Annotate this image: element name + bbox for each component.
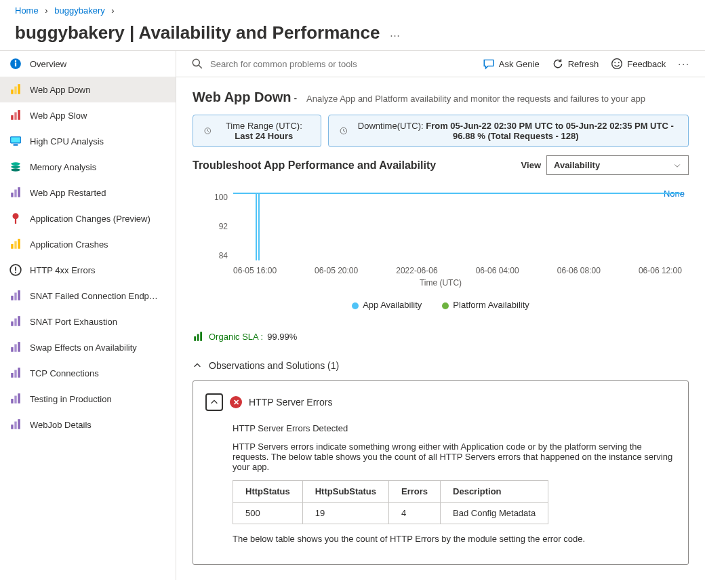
errors-table: HttpStatusHttpSubStatusErrorsDescription… bbox=[233, 480, 548, 524]
breadcrumb: Home › buggybakery › bbox=[15, 5, 690, 16]
refresh-button[interactable]: Refresh bbox=[552, 58, 599, 70]
app-line bbox=[233, 193, 682, 194]
timerange-pill[interactable]: Time Range (UTC): Last 24 Hours bbox=[193, 115, 321, 147]
timerange-label: Time Range (UTC): bbox=[226, 121, 302, 131]
sidebar-item-label: Web App Restarted bbox=[30, 188, 106, 198]
sidebar-item-label: Application Changes (Preview) bbox=[30, 214, 150, 224]
sidebar-item-application-changes-preview-[interactable]: Application Changes (Preview) bbox=[0, 205, 176, 231]
table-row: 500194Bad Config Metadata bbox=[233, 503, 548, 524]
sidebar: OverviewWeb App DownWeb App SlowHigh CPU… bbox=[0, 51, 176, 580]
bars-p-icon bbox=[9, 315, 22, 328]
legend-item: App Availability bbox=[352, 300, 422, 310]
sidebar-item-overview[interactable]: Overview bbox=[0, 51, 176, 77]
sidebar-item-testing-in-production[interactable]: Testing in Production bbox=[0, 386, 176, 412]
sidebar-item-label: Overview bbox=[30, 59, 66, 69]
legend-item: Platform Availability bbox=[442, 300, 529, 310]
observation-card: HTTP Server Errors HTTP Server Errors De… bbox=[193, 380, 689, 565]
info-icon bbox=[9, 58, 22, 70]
timerange-value: Last 24 Hours bbox=[235, 131, 293, 141]
breadcrumb-app[interactable]: buggybakery bbox=[54, 5, 104, 16]
sidebar-item-label: SNAT Failed Connection Endp… bbox=[30, 291, 158, 301]
sidebar-item-label: TCP Connections bbox=[30, 368, 99, 378]
table-header: Description bbox=[441, 481, 548, 503]
error-icon bbox=[230, 396, 242, 408]
sidebar-item-label: Memory Analysis bbox=[30, 162, 96, 172]
sidebar-item-memory-analysis[interactable]: Memory Analysis bbox=[0, 154, 176, 180]
sidebar-item-web-app-restarted[interactable]: Web App Restarted bbox=[0, 180, 176, 205]
bars-p-icon bbox=[9, 290, 22, 302]
refresh-icon bbox=[552, 58, 564, 70]
sidebar-item-web-app-slow[interactable]: Web App Slow bbox=[0, 102, 176, 128]
chart-legend: App AvailabilityPlatform Availability bbox=[193, 300, 689, 310]
sidebar-item-label: Swap Effects on Availability bbox=[30, 342, 137, 353]
sidebar-item-snat-failed-connection-endp-[interactable]: SNAT Failed Connection Endp… bbox=[0, 283, 176, 309]
sidebar-item-label: Web App Down bbox=[30, 85, 90, 95]
feedback-label: Feedback bbox=[627, 59, 666, 69]
downtime-label: Downtime(UTC): bbox=[358, 121, 426, 131]
observations-header[interactable]: Observations and Solutions (1) bbox=[193, 353, 689, 378]
observation-title: HTTP Server Errors bbox=[249, 397, 332, 408]
chart-x-label: Time (UTC) bbox=[193, 278, 689, 288]
search-input[interactable] bbox=[209, 58, 483, 70]
bars-r-icon bbox=[9, 109, 22, 121]
title-more-button[interactable]: … bbox=[390, 27, 402, 39]
observation-footer-text: The below table shows you the count of H… bbox=[233, 534, 676, 544]
view-select-value: Availability bbox=[554, 160, 600, 170]
troubleshoot-heading: Troubleshoot App Performance and Availab… bbox=[193, 159, 436, 172]
bars-p-icon bbox=[9, 187, 22, 199]
sidebar-item-swap-effects-on-availability[interactable]: Swap Effects on Availability bbox=[0, 334, 176, 360]
sidebar-item-high-cpu-analysis[interactable]: High CPU Analysis bbox=[0, 128, 176, 154]
clock-icon bbox=[340, 125, 348, 136]
refresh-label: Refresh bbox=[568, 59, 599, 69]
monitor-icon bbox=[9, 135, 22, 147]
sidebar-item-http-4xx-errors[interactable]: HTTP 4xx Errors bbox=[0, 257, 176, 283]
sidebar-item-label: HTTP 4xx Errors bbox=[30, 265, 96, 275]
availability-chart: None 100 92 84 06-05 16:0006-05 20:00202… bbox=[193, 184, 689, 293]
downtime-pill[interactable]: Downtime(UTC): From 05-Jun-22 02:30 PM U… bbox=[328, 115, 689, 147]
stack-icon bbox=[9, 161, 22, 173]
sidebar-item-webjob-details[interactable]: WebJob Details bbox=[0, 412, 176, 437]
chart-x-axis: 06-05 16:0006-05 20:002022-06-0606-06 04… bbox=[233, 266, 682, 275]
bars-p-icon bbox=[9, 341, 22, 353]
breadcrumb-sep-icon: › bbox=[107, 5, 118, 16]
chart-y-axis: 100 92 84 bbox=[193, 193, 228, 260]
sidebar-item-label: Application Crashes bbox=[30, 239, 108, 250]
toolbar: Ask Genie Refresh Feedback ··· bbox=[176, 51, 705, 77]
chat-icon bbox=[483, 58, 495, 70]
observation-toggle[interactable] bbox=[205, 393, 223, 411]
bars-y-icon bbox=[9, 238, 22, 250]
breadcrumb-sep-icon: › bbox=[41, 5, 52, 16]
breadcrumb-home[interactable]: Home bbox=[15, 5, 39, 16]
ask-genie-button[interactable]: Ask Genie bbox=[483, 58, 540, 70]
table-header: HttpStatus bbox=[233, 481, 303, 503]
bars-y-icon bbox=[9, 83, 22, 96]
search-icon bbox=[191, 58, 203, 70]
bars-p-icon bbox=[9, 367, 22, 379]
observations-title: Observations and Solutions (1) bbox=[209, 360, 339, 371]
observation-subtitle: HTTP Server Errors Detected bbox=[233, 423, 676, 433]
table-header: HttpSubStatus bbox=[302, 481, 388, 503]
toolbar-more-button[interactable]: ··· bbox=[678, 58, 690, 69]
sidebar-item-snat-port-exhaustion[interactable]: SNAT Port Exhaustion bbox=[0, 309, 176, 334]
section-subtitle: Analyze App and Platform availability an… bbox=[306, 94, 645, 104]
chevron-down-icon bbox=[673, 161, 681, 170]
chevron-up-icon bbox=[209, 397, 219, 407]
sidebar-item-web-app-down[interactable]: Web App Down bbox=[0, 77, 176, 102]
observation-text: HTTP Servers errors indicate something w… bbox=[233, 442, 676, 472]
chart-icon bbox=[193, 330, 205, 342]
view-select[interactable]: Availability bbox=[546, 155, 689, 175]
sidebar-item-label: High CPU Analysis bbox=[30, 136, 104, 146]
bars-p-icon bbox=[9, 393, 22, 405]
page-title: buggybakery | Availability and Performan… bbox=[15, 22, 380, 43]
sidebar-item-label: WebJob Details bbox=[30, 420, 92, 430]
chevron-up-icon bbox=[193, 361, 202, 370]
feedback-button[interactable]: Feedback bbox=[611, 58, 666, 70]
bars-p-icon bbox=[9, 418, 22, 431]
table-header: Errors bbox=[389, 481, 441, 503]
sidebar-item-tcp-connections[interactable]: TCP Connections bbox=[0, 360, 176, 386]
downtime-value: From 05-Jun-22 02:30 PM UTC to 05-Jun-22… bbox=[426, 121, 674, 141]
sidebar-item-application-crashes[interactable]: Application Crashes bbox=[0, 231, 176, 257]
availability-dip bbox=[256, 193, 260, 260]
sidebar-item-label: Web App Slow bbox=[30, 111, 87, 121]
sidebar-item-label: Testing in Production bbox=[30, 394, 112, 404]
